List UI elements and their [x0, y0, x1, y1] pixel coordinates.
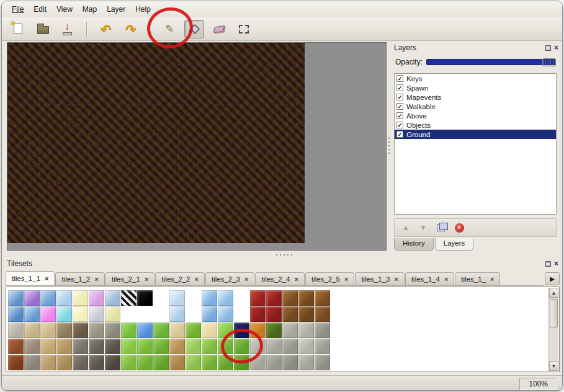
map-canvas[interactable]: [7, 43, 305, 243]
tileset-tile-r3-c8[interactable]: [121, 323, 137, 338]
tileset-tile-r2-c21[interactable]: [331, 306, 346, 322]
tileset-tile-r1-c9[interactable]: [137, 290, 153, 306]
tileset-tile-r3-c12[interactable]: [186, 323, 201, 338]
duplicate-layer-button[interactable]: [437, 225, 445, 231]
menu-view[interactable]: View: [51, 3, 78, 16]
vertical-splitter[interactable]: [387, 42, 391, 251]
tileset-tile-r3-c9[interactable]: [137, 323, 153, 338]
tileset-tile-r2-c17[interactable]: [266, 306, 282, 322]
tileset-tile-r5-c5[interactable]: [73, 355, 88, 370]
tileset-tile-r3-c2[interactable]: [24, 323, 40, 338]
save-file-button[interactable]: ↓: [58, 20, 78, 38]
scroll-up-icon[interactable]: ▲: [549, 288, 558, 298]
layer-visibility-checkbox[interactable]: ✓: [396, 131, 403, 138]
tileset-tile-r4-c13[interactable]: [202, 339, 217, 354]
tileset-tile-r4-c9[interactable]: [137, 339, 153, 354]
tileset-tile-r4-c19[interactable]: [298, 339, 314, 354]
tileset-tile-r5-c7[interactable]: [105, 355, 120, 370]
tileset-tile-r1-c12[interactable]: [186, 290, 201, 306]
tileset-tile-r3-c10[interactable]: [153, 323, 169, 338]
tileset-tile-r2-c5[interactable]: [73, 306, 88, 322]
scroll-down-icon[interactable]: ▼: [549, 361, 558, 371]
tileset-tab-tiles_1_[interactable]: tiles_1_×: [455, 272, 500, 285]
tileset-tile-r2-c9[interactable]: [137, 306, 153, 322]
tileset-tab-tiles_2_4[interactable]: tiles_2_4×: [255, 272, 304, 285]
tileset-tile-r1-c18[interactable]: [282, 290, 298, 306]
new-file-button[interactable]: ★: [8, 20, 28, 38]
tileset-tile-r2-c16[interactable]: [250, 306, 266, 322]
scrollbar-thumb[interactable]: [550, 299, 558, 327]
tileset-tile-r5-c2[interactable]: [24, 355, 40, 370]
pen-tool-button[interactable]: ✎: [159, 20, 179, 38]
layer-visibility-checkbox[interactable]: ✓: [396, 84, 403, 91]
tileset-tile-r1-c11[interactable]: [169, 290, 185, 306]
tileset-tile-r1-c2[interactable]: [24, 290, 40, 306]
tileset-tile-r5-c18[interactable]: [282, 355, 298, 370]
tileset-tile-r4-c11[interactable]: [169, 339, 185, 354]
tileset-tile-r5-c9[interactable]: [137, 355, 153, 370]
close-panel-icon[interactable]: ×: [554, 45, 558, 51]
tileset-tile-r3-c15[interactable]: [234, 323, 249, 338]
tileset-tile-r2-c4[interactable]: [56, 306, 72, 322]
fill-tool-button[interactable]: [184, 20, 204, 38]
tileset-tile-r1-c16[interactable]: [250, 290, 266, 306]
move-layer-up-button[interactable]: ▲: [402, 224, 410, 231]
horizontal-splitter[interactable]: [4, 252, 561, 257]
menu-layer[interactable]: Layer: [102, 3, 130, 16]
tileset-tile-r5-c6[interactable]: [89, 355, 104, 370]
dock-tab-layers[interactable]: Layers: [435, 238, 474, 251]
tileset-tile-r1-c6[interactable]: [89, 290, 104, 306]
tileset-tile-r4-c12[interactable]: [186, 339, 201, 354]
tab-close-icon[interactable]: ×: [95, 276, 99, 283]
layer-row-objects[interactable]: ✓Objects: [395, 120, 556, 130]
tab-close-icon[interactable]: ×: [294, 276, 298, 283]
layer-row-walkable[interactable]: ✓Walkable: [395, 102, 556, 111]
float-panel-icon[interactable]: [545, 45, 551, 51]
menu-edit[interactable]: Edit: [29, 3, 51, 16]
tileset-tile-r2-c7[interactable]: [105, 306, 120, 322]
tileset-tile-r1-c4[interactable]: [56, 290, 72, 306]
tab-scroll-right-button[interactable]: ▶: [545, 272, 560, 285]
tileset-tile-r1-c21[interactable]: [331, 290, 346, 306]
layer-row-spawn[interactable]: ✓Spawn: [395, 83, 556, 92]
tileset-tile-r1-c17[interactable]: [266, 290, 282, 306]
tileset-tile-r4-c6[interactable]: [89, 339, 104, 354]
tileset-tile-r5-c17[interactable]: [266, 355, 282, 370]
tileset-tile-r4-c14[interactable]: [218, 339, 233, 354]
dock-tab-history[interactable]: History: [394, 238, 434, 251]
layer-visibility-checkbox[interactable]: ✓: [396, 112, 403, 119]
tab-close-icon[interactable]: ×: [344, 276, 348, 283]
tileset-tab-tiles_1_2[interactable]: tiles_1_2×: [55, 272, 104, 285]
tileset-scrollbar[interactable]: ▲ ▼: [548, 288, 558, 371]
opacity-slider-handle[interactable]: [542, 58, 556, 66]
tab-close-icon[interactable]: ×: [145, 276, 148, 283]
tileset-tile-r3-c3[interactable]: [40, 323, 56, 338]
menu-help[interactable]: Help: [130, 3, 156, 16]
tileset-tile-r1-c3[interactable]: [40, 290, 56, 306]
tileset-tile-r5-c11[interactable]: [169, 355, 185, 370]
tileset-tile-r5-c3[interactable]: [40, 355, 56, 370]
tileset-tile-r4-c5[interactable]: [73, 339, 88, 354]
tileset-tile-r2-c18[interactable]: [282, 306, 298, 322]
tileset-tile-r1-c13[interactable]: [202, 290, 217, 306]
tileset-tile-r4-c16[interactable]: [250, 339, 266, 354]
tileset-tile-r5-c16[interactable]: [250, 355, 266, 370]
tileset-tile-r4-c2[interactable]: [24, 339, 40, 354]
tileset-tile-r1-c14[interactable]: [218, 290, 233, 306]
tileset-tile-r2-c20[interactable]: [315, 306, 330, 322]
tab-close-icon[interactable]: ×: [45, 275, 48, 282]
delete-layer-button[interactable]: ×: [455, 223, 464, 233]
tab-close-icon[interactable]: ×: [490, 276, 494, 283]
tileset-tile-r5-c19[interactable]: [298, 355, 314, 370]
tileset-tile-r3-c20[interactable]: [315, 323, 330, 338]
tileset-tile-r5-c4[interactable]: [56, 355, 72, 370]
layer-row-mapevents[interactable]: ✓Mapevents: [395, 92, 556, 102]
tileset-tab-tiles_2_5[interactable]: tiles_2_5×: [305, 272, 354, 285]
tileset-tab-tiles_2_3[interactable]: tiles_2_3×: [205, 272, 254, 285]
tab-close-icon[interactable]: ×: [394, 276, 398, 283]
tileset-tile-r5-c8[interactable]: [121, 355, 137, 370]
tileset-tile-r4-c8[interactable]: [121, 339, 137, 354]
tileset-tab-tiles_1_1[interactable]: tiles_1_1×: [6, 271, 55, 286]
select-tool-button[interactable]: [234, 20, 254, 38]
eraser-tool-button[interactable]: [209, 20, 229, 38]
